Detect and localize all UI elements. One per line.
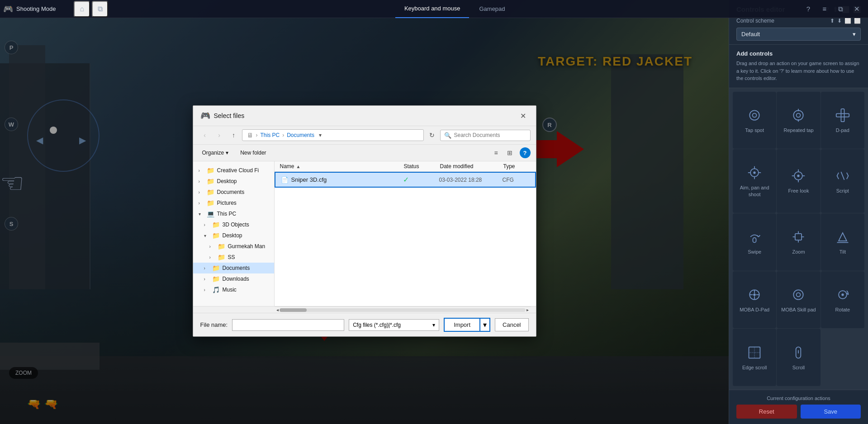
- controls-panel: Controls editor ? ⬆ ⬜ ⬜ Control scheme ⬆…: [729, 0, 868, 424]
- cancel-button[interactable]: Cancel: [495, 318, 528, 331]
- control-tap-spot[interactable]: Tap spot: [733, 92, 776, 149]
- scheme-upload-icon[interactable]: ⬆: [830, 18, 835, 24]
- filename-input[interactable]: [232, 319, 344, 331]
- sidebar-item-desktop-top[interactable]: › 📁 Desktop: [193, 176, 274, 187]
- col-header-status[interactable]: Status: [404, 163, 440, 170]
- save-button[interactable]: Save: [801, 405, 861, 419]
- window-button[interactable]: ⧉: [92, 1, 108, 17]
- tab-keyboard-mouse[interactable]: Keyboard and mouse: [395, 0, 470, 18]
- import-dropdown-arrow[interactable]: ▾: [479, 318, 490, 332]
- control-moba-dpad[interactable]: MOBA D-Pad: [733, 271, 776, 329]
- sidebar-item-creative-cloud[interactable]: › 📁 Creative Cloud Fi: [193, 165, 274, 176]
- menu-icon[interactable]: ≡: [817, 2, 832, 16]
- view-icon-button[interactable]: ⊞: [503, 146, 516, 159]
- scroll-thumb[interactable]: [280, 308, 307, 312]
- sidebar-chevron-ss: ›: [209, 255, 215, 260]
- controls-grid: Tap spot Repeated tap D-pad: [729, 88, 868, 390]
- sidebar-folder-icon-pics: 📁: [207, 199, 214, 207]
- reset-button[interactable]: Reset: [736, 405, 797, 419]
- sidebar-item-this-pc[interactable]: ▾ 💻 This PC: [193, 208, 274, 219]
- sidebar-item-3d-objects[interactable]: › 📁 3D Objects: [193, 219, 274, 230]
- control-rotate[interactable]: Rotate: [821, 271, 864, 329]
- import-button[interactable]: Import: [444, 318, 479, 332]
- sidebar-chevron-music: ›: [204, 287, 209, 292]
- control-edge-scroll[interactable]: Edge scroll: [733, 329, 776, 386]
- svg-point-40: [797, 292, 801, 297]
- file-icon-sniper3d: 📄: [281, 176, 289, 184]
- script-icon: [835, 168, 851, 184]
- control-scroll[interactable]: Scroll: [777, 329, 820, 386]
- forward-button[interactable]: ›: [213, 129, 226, 141]
- path-this-pc[interactable]: This PC: [261, 132, 280, 138]
- refresh-button[interactable]: ↻: [426, 129, 438, 141]
- tap-spot-icon: [746, 107, 763, 123]
- svg-point-2: [749, 110, 759, 120]
- svg-rect-25: [753, 238, 756, 243]
- col-header-type[interactable]: Type: [503, 163, 531, 170]
- sidebar-chevron-cc: ›: [199, 168, 204, 173]
- svg-marker-31: [839, 233, 847, 241]
- search-input[interactable]: [454, 132, 526, 138]
- organize-button[interactable]: Organize ▾: [199, 148, 232, 158]
- edge-scroll-icon: [746, 344, 763, 361]
- svg-point-38: [753, 293, 755, 296]
- help-icon-top[interactable]: ?: [801, 2, 816, 16]
- close-icon-top[interactable]: ✕: [850, 2, 864, 16]
- organize-chevron-icon: ▾: [226, 150, 228, 156]
- scheme-select[interactable]: Default ▾: [736, 28, 861, 41]
- path-documents[interactable]: Documents: [287, 132, 314, 138]
- sidebar-chevron-pics: ›: [199, 201, 204, 206]
- sidebar-item-desktop-pc[interactable]: ▾ 📁 Desktop: [193, 230, 274, 241]
- col-header-name[interactable]: Name ▲: [280, 163, 404, 170]
- control-tilt[interactable]: Tilt: [821, 213, 864, 271]
- filetype-select[interactable]: Cfg files (*.cfg)|*.cfg ▾: [349, 319, 439, 331]
- search-box: 🔍: [440, 130, 531, 141]
- col-header-date[interactable]: Date modified: [440, 163, 503, 170]
- dialog-filelist: Name ▲ Status Date modified Type 📄: [275, 161, 536, 306]
- moba-dpad-icon: [746, 287, 763, 303]
- path-expand-icon[interactable]: ▾: [319, 132, 322, 138]
- filelist-header: Name ▲ Status Date modified Type: [275, 161, 536, 172]
- sidebar-item-music[interactable]: › 🎵 Music: [193, 284, 274, 295]
- bottom-actions: Current configuration actions Reset Save: [729, 390, 868, 424]
- sidebar-item-documents-top[interactable]: › 📁 Documents: [193, 187, 274, 198]
- scheme-copy-icon[interactable]: ⬜: [844, 18, 851, 24]
- tab-bar: Keyboard and mouse Gamepad: [395, 0, 514, 18]
- sidebar-item-documents-active[interactable]: › 📁 Documents: [193, 263, 274, 273]
- scroll-track[interactable]: [280, 308, 526, 312]
- control-aim-pan-shoot[interactable]: Aim, pan and shoot: [733, 149, 776, 213]
- scroll-right-arrow[interactable]: ▸: [526, 307, 529, 312]
- aim-pan-shoot-icon: [746, 165, 763, 181]
- file-row-sniper3d[interactable]: 📄 Sniper 3D.cfg ✓ 03-03-2022 18:28 CFG: [275, 172, 536, 188]
- up-button[interactable]: ↑: [228, 129, 240, 141]
- sidebar-item-ss[interactable]: › 📁 SS: [193, 252, 274, 263]
- back-button[interactable]: ‹: [199, 129, 211, 141]
- dialog-close-button[interactable]: ✕: [518, 110, 529, 121]
- restore-icon[interactable]: ⧉: [834, 2, 848, 16]
- new-folder-button[interactable]: New folder: [236, 148, 270, 158]
- scheme-download-icon[interactable]: ⬇: [837, 18, 842, 24]
- nav-icons: ⌂ ⧉: [74, 1, 108, 17]
- import-button-group: Import ▾: [444, 318, 490, 332]
- control-zoom[interactable]: Zoom: [777, 213, 820, 271]
- view-details-button[interactable]: ≡: [490, 146, 503, 159]
- tilt-icon: [835, 229, 851, 245]
- horizontal-scrollbar[interactable]: ◂ ▸: [275, 306, 531, 313]
- svg-rect-26: [795, 234, 802, 240]
- dialog-help-button[interactable]: ?: [520, 147, 531, 158]
- control-moba-skill-pad[interactable]: MOBA Skill pad: [777, 271, 820, 329]
- control-swipe[interactable]: Swipe: [733, 213, 776, 271]
- control-d-pad[interactable]: D-pad: [821, 92, 864, 149]
- scroll-left-arrow[interactable]: ◂: [276, 307, 279, 312]
- sidebar-item-pictures[interactable]: › 📁 Pictures: [193, 198, 274, 208]
- control-repeated-tap[interactable]: Repeated tap: [777, 92, 820, 149]
- tab-gamepad[interactable]: Gamepad: [470, 0, 514, 18]
- control-script[interactable]: Script: [821, 149, 864, 213]
- top-right-icons: ? ≡ ⧉ ✕: [801, 2, 868, 16]
- sidebar-item-downloads[interactable]: › 📁 Downloads: [193, 273, 274, 284]
- zoom-icon: [790, 229, 806, 245]
- control-free-look[interactable]: Free look: [777, 149, 820, 213]
- sidebar-item-gurmekah[interactable]: › 📁 Gurmekah Man: [193, 241, 274, 252]
- scheme-edit-icon[interactable]: ⬜: [854, 18, 861, 24]
- home-button[interactable]: ⌂: [74, 1, 90, 17]
